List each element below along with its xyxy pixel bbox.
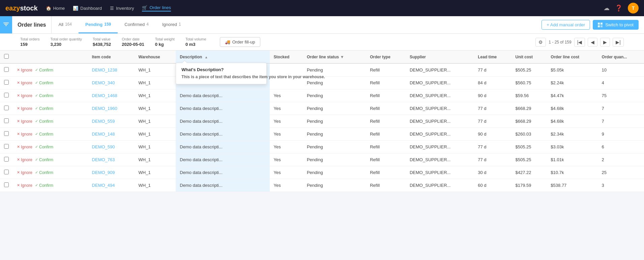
orderlines-icon: 🛒 — [142, 5, 147, 10]
item-code-cell: DEMO_148 — [88, 128, 135, 141]
row-checkbox[interactable] — [4, 67, 9, 72]
item-code-link[interactable]: DEMO_340 — [92, 80, 115, 85]
confirm-button[interactable]: ✓ Confirm — [35, 81, 53, 85]
item-code-link[interactable]: DEMO_494 — [92, 183, 115, 188]
confirm-button[interactable]: ✓ Confirm — [35, 106, 53, 111]
stats-right: ⚙ 1 - 25 of 159 |◀ ◀ ▶ ▶| — [535, 38, 624, 47]
nav-home[interactable]: 🏠 Home — [46, 6, 65, 11]
add-manual-order-button[interactable]: + Add manual order — [541, 20, 590, 30]
status-cell: Pending — [303, 153, 366, 166]
ignore-button[interactable]: ✕ Ignore — [17, 81, 32, 85]
row-checkbox[interactable] — [4, 93, 9, 97]
help-icon[interactable]: ❓ — [615, 4, 622, 12]
status-col-header: Order line status ▼ — [303, 51, 366, 63]
supplier-cell: DEMO_SUPPLIER... — [406, 166, 474, 179]
lead-time-cell: 77 d — [474, 63, 511, 77]
confirm-button[interactable]: ✓ Confirm — [35, 170, 53, 175]
confirm-button[interactable]: ✓ Confirm — [35, 93, 53, 98]
warehouse-cell: WH_1 — [135, 102, 176, 115]
status-filter-icon[interactable]: ▼ — [340, 55, 344, 59]
row-checkbox-cell — [0, 128, 13, 141]
ignore-button[interactable]: ✕ Ignore — [17, 119, 32, 124]
row-checkbox[interactable] — [4, 106, 9, 110]
confirm-button[interactable]: ✓ Confirm — [35, 183, 53, 188]
status-cell: Pending — [303, 115, 366, 128]
item-code-link[interactable]: DEMO_1238 — [92, 67, 117, 73]
order-line-cost-cell: $3.03k — [547, 141, 597, 153]
item-code-link[interactable]: DEMO_590 — [92, 144, 115, 149]
confirm-button[interactable]: ✓ Confirm — [35, 132, 53, 137]
ignore-button[interactable]: ✕ Ignore — [17, 183, 32, 188]
row-checkbox[interactable] — [4, 144, 9, 149]
row-checkbox-cell — [0, 166, 13, 179]
row-actions-cell: ✕ Ignore ✓ Confirm — [13, 179, 88, 192]
tabs-container: All 164 Pending 159 Confirmed 4 Ignored … — [52, 16, 536, 33]
select-all-checkbox[interactable] — [4, 54, 9, 59]
x-icon: ✕ — [17, 68, 20, 72]
prev-page-button[interactable]: ◀ — [588, 38, 597, 47]
ignore-button[interactable]: ✕ Ignore — [17, 170, 32, 175]
tab-ignored[interactable]: Ignored 1 — [155, 16, 188, 33]
logo[interactable]: eazystock — [5, 4, 38, 12]
first-page-button[interactable]: |◀ — [574, 38, 585, 47]
nav-right: ☁ ❓ T — [604, 3, 639, 13]
item-code-link[interactable]: DEMO_1960 — [92, 106, 117, 111]
ignore-button[interactable]: ✕ Ignore — [17, 157, 32, 162]
row-actions-cell: ✕ Ignore ✓ Confirm — [13, 153, 88, 166]
last-page-button[interactable]: ▶| — [613, 38, 624, 47]
sort-up-icon[interactable]: ▲ — [205, 55, 208, 59]
tab-pending[interactable]: Pending 159 — [79, 16, 118, 33]
item-code-link[interactable]: DEMO_763 — [92, 157, 115, 162]
row-checkbox-cell — [0, 89, 13, 102]
order-quantity-cell: 4 — [598, 77, 644, 89]
row-checkbox[interactable] — [4, 157, 9, 162]
ignore-button[interactable]: ✕ Ignore — [17, 145, 32, 149]
ignore-button[interactable]: ✕ Ignore — [17, 68, 32, 73]
supplier-cell: DEMO_SUPPLIER... — [406, 89, 474, 102]
unit-cost-cell: $179.59 — [511, 179, 547, 192]
row-checkbox[interactable] — [4, 182, 9, 187]
unit-cost-cell: $560.75 — [511, 77, 547, 89]
confirm-button[interactable]: ✓ Confirm — [35, 119, 53, 124]
order-type-cell: Refill — [366, 179, 406, 192]
row-checkbox[interactable] — [4, 80, 9, 85]
status-cell: Pending — [303, 128, 366, 141]
filter-sidebar-btn[interactable] — [0, 16, 12, 33]
supplier-cell: DEMO_SUPPLIER... — [406, 141, 474, 153]
tab-confirmed[interactable]: Confirmed 4 — [118, 16, 155, 33]
order-quantity-cell: 7 — [598, 115, 644, 128]
unit-cost-cell: $505.25 — [511, 153, 547, 166]
switch-to-pivot-button[interactable]: Switch to pivot — [593, 20, 639, 30]
item-code-link[interactable]: DEMO_559 — [92, 119, 115, 124]
order-fillup-button[interactable]: 🚚 Order fill-up — [220, 37, 260, 47]
item-code-cell: DEMO_909 — [88, 166, 135, 179]
confirm-button[interactable]: ✓ Confirm — [35, 68, 53, 73]
user-avatar[interactable]: T — [628, 3, 639, 13]
item-code-link[interactable]: DEMO_909 — [92, 170, 115, 175]
table-settings-button[interactable]: ⚙ — [535, 38, 546, 47]
row-checkbox[interactable] — [4, 118, 9, 123]
nav-dashboard[interactable]: 📊 Dashboard — [73, 6, 102, 11]
ignore-button[interactable]: ✕ Ignore — [17, 93, 32, 98]
row-checkbox[interactable] — [4, 170, 9, 174]
item-code-link[interactable]: DEMO_148 — [92, 132, 115, 137]
nav-orderlines[interactable]: 🛒 Order lines — [142, 5, 171, 11]
check-icon: ✓ — [35, 132, 38, 136]
cloud-icon[interactable]: ☁ — [604, 4, 610, 12]
ignore-button[interactable]: ✕ Ignore — [17, 106, 32, 111]
tab-all[interactable]: All 164 — [52, 16, 78, 33]
row-checkbox-cell — [0, 141, 13, 153]
next-page-button[interactable]: ▶ — [600, 38, 610, 47]
order-quantity-cell: 10 — [598, 63, 644, 77]
confirm-button[interactable]: ✓ Confirm — [35, 157, 53, 162]
ignore-button[interactable]: ✕ Ignore — [17, 132, 32, 137]
item-code-col-header: Item code — [88, 51, 135, 63]
item-code-link[interactable]: DEMO_1468 — [92, 93, 117, 98]
row-checkbox[interactable] — [4, 131, 9, 136]
inventory-icon: ☰ — [110, 6, 114, 11]
confirm-button[interactable]: ✓ Confirm — [35, 145, 53, 149]
lead-time-cell: 90 d — [474, 89, 511, 102]
nav-inventory[interactable]: ☰ Inventory — [110, 6, 134, 11]
stocked-cell: Yes — [270, 115, 303, 128]
supplier-cell: DEMO_SUPPLIER... — [406, 115, 474, 128]
